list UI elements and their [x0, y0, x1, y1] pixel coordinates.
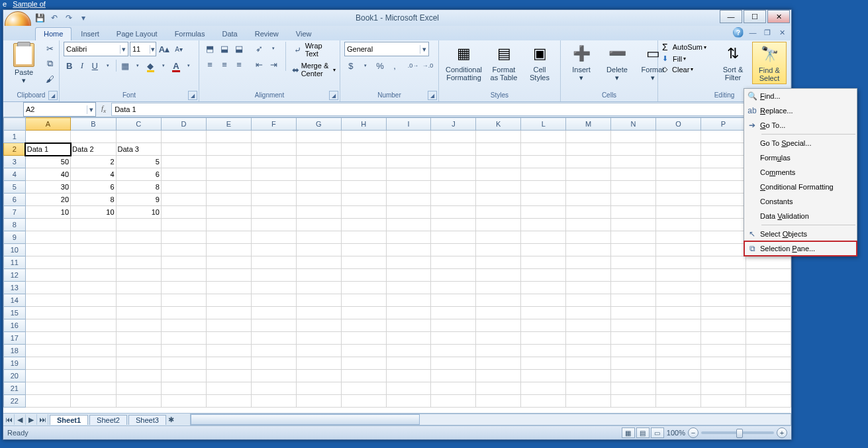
redo-icon[interactable]: ↷ — [63, 12, 75, 13]
minimize-button[interactable]: — — [720, 10, 742, 13]
title-bar: 💾 ↶ ↷ ▾ Book1 - Microsoft Excel — ☐ ✕ — [3, 10, 791, 13]
undo-icon[interactable]: ↶ — [48, 12, 60, 13]
close-button[interactable]: ✕ — [767, 10, 790, 13]
maximize-button[interactable]: ☐ — [744, 10, 766, 13]
office-button[interactable] — [5, 11, 31, 13]
quick-access-toolbar: 💾 ↶ ↷ ▾ — [34, 12, 89, 13]
excel-window: 💾 ↶ ↷ ▾ Book1 - Microsoft Excel — ☐ ✕ Ho… — [3, 9, 792, 13]
qat-more-icon[interactable]: ▾ — [77, 12, 89, 13]
save-icon[interactable]: 💾 — [34, 12, 46, 13]
